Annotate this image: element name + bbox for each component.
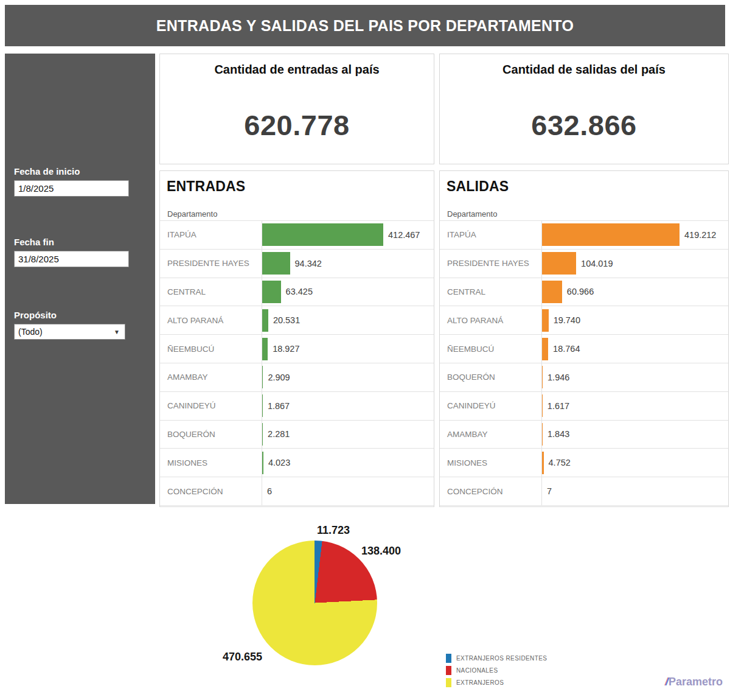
pie-value-extranjeros-residentes: 11.723	[317, 524, 350, 537]
fecha-inicio-label: Fecha de inicio	[14, 166, 145, 177]
table-row: ALTO PARANÁ19.740	[440, 306, 728, 335]
salidas-column-header: Departamento	[447, 209, 728, 219]
table-row: ITAPÚA412.467	[160, 221, 434, 250]
table-row: ITAPÚA419.212	[440, 221, 728, 250]
legend-label: NACIONALES	[456, 667, 498, 674]
row-value: 4.752	[549, 458, 571, 467]
row-label: BOQUERÓN	[160, 421, 262, 449]
bar[interactable]	[542, 338, 548, 360]
bar[interactable]	[262, 423, 263, 446]
row-label: MISIONES	[160, 449, 262, 477]
bar[interactable]	[262, 452, 263, 474]
row-bar-cell: 63.425	[262, 278, 434, 306]
table-row: ÑEEMBUCÚ18.764	[440, 335, 728, 363]
legend-item[interactable]: EXTRANJEROS RESIDENTES	[446, 652, 547, 664]
row-bar-cell: 60.966	[542, 278, 728, 306]
legend-item[interactable]: NACIONALES	[446, 664, 547, 676]
row-bar-cell: 2.281	[262, 421, 434, 449]
row-label: AMAMBAY	[160, 363, 262, 391]
chevron-down-icon: ▼	[114, 329, 120, 335]
row-label: CANINDEYÚ	[440, 392, 542, 420]
dashboard-title-bar: ENTRADAS Y SALIDAS DEL PAIS POR DEPARTAM…	[5, 5, 725, 46]
row-label: ÑEEMBUCÚ	[440, 335, 542, 363]
row-label: CENTRAL	[160, 278, 262, 306]
logo-text: Parametro	[669, 676, 723, 688]
filter-fecha-fin: Fecha fin	[14, 237, 145, 267]
entradas-table-title: ENTRADAS	[167, 178, 434, 195]
bar[interactable]	[542, 366, 543, 388]
row-bar-cell: 1.946	[542, 363, 728, 391]
row-label: MISIONES	[440, 449, 542, 477]
row-value: 104.019	[581, 259, 613, 268]
salidas-table-title: SALIDAS	[447, 178, 728, 195]
row-value: 6	[267, 486, 272, 496]
row-value: 1.867	[268, 401, 290, 411]
bar[interactable]	[262, 338, 268, 360]
fecha-fin-input[interactable]	[14, 251, 129, 267]
kpi-salidas-value: 632.866	[440, 108, 728, 142]
row-value: 7	[547, 486, 552, 496]
bar[interactable]	[262, 309, 268, 332]
filter-sidebar: Fecha de inicio Fecha fin Propósito (Tod…	[5, 54, 155, 504]
row-value: 19.740	[554, 315, 580, 325]
row-value: 412.467	[388, 230, 420, 240]
bar[interactable]	[542, 452, 544, 474]
row-value: 4.023	[268, 458, 290, 467]
legend-swatch	[446, 666, 451, 675]
kpi-entradas-value: 620.778	[160, 108, 434, 142]
table-row: AMAMBAY1.843	[440, 421, 728, 449]
legend-label: EXTRANJEROS RESIDENTES	[456, 655, 547, 662]
row-label: AMAMBAY	[440, 421, 542, 449]
bar[interactable]	[542, 309, 549, 332]
row-bar-cell: 20.531	[262, 306, 434, 334]
fecha-inicio-input[interactable]	[14, 180, 129, 197]
bar[interactable]	[542, 423, 543, 446]
table-row: CANINDEYÚ1.617	[440, 392, 728, 421]
row-label: CONCEPCIÓN	[440, 477, 542, 505]
pie-chart[interactable]	[252, 541, 377, 665]
row-bar-cell: 412.467	[262, 221, 434, 249]
entradas-rows: ITAPÚA412.467PRESIDENTE HAYES94.342CENTR…	[160, 220, 434, 505]
bar[interactable]	[262, 366, 263, 388]
bar[interactable]	[262, 223, 383, 246]
row-bar-cell: 104.019	[542, 250, 728, 278]
row-value: 1.843	[548, 429, 569, 439]
bar[interactable]	[262, 281, 281, 303]
row-value: 18.927	[273, 344, 299, 354]
row-value: 1.946	[548, 373, 569, 382]
table-row: CONCEPCIÓN6	[160, 477, 434, 506]
row-value: 419.212	[684, 230, 716, 240]
row-label: ITAPÚA	[160, 221, 262, 249]
legend-swatch	[446, 654, 451, 663]
bar[interactable]	[262, 394, 263, 417]
table-row: ALTO PARANÁ20.531	[160, 306, 434, 335]
row-label: ÑEEMBUCÚ	[160, 335, 262, 363]
table-row: MISIONES4.023	[160, 449, 434, 477]
table-row: MISIONES4.752	[440, 449, 728, 477]
proposito-label: Propósito	[14, 310, 145, 320]
bar[interactable]	[542, 281, 562, 303]
proposito-dropdown[interactable]: (Todo) ▼	[14, 324, 125, 340]
row-label: ALTO PARANÁ	[440, 306, 542, 334]
row-value: 20.531	[273, 315, 300, 325]
bar[interactable]	[542, 252, 576, 275]
legend-item[interactable]: EXTRANJEROS	[446, 676, 547, 688]
row-bar-cell: 18.927	[262, 335, 434, 363]
row-bar-cell: 4.752	[542, 449, 728, 477]
kpi-card-entradas: Cantidad de entradas al país 620.778	[159, 54, 434, 164]
row-label: ITAPÚA	[440, 221, 542, 249]
pie-value-extranjeros: 470.655	[223, 651, 262, 663]
bar[interactable]	[262, 252, 290, 275]
row-label: PRESIDENTE HAYES	[160, 250, 262, 278]
bar[interactable]	[542, 223, 680, 246]
filter-proposito: Propósito (Todo) ▼	[14, 310, 145, 340]
entradas-column-header: Departamento	[167, 209, 434, 219]
salidas-table-panel: SALIDAS Departamento ITAPÚA419.212PRESID…	[439, 170, 729, 507]
row-value: 2.909	[268, 373, 290, 382]
bar[interactable]	[542, 394, 543, 417]
salidas-rows: ITAPÚA419.212PRESIDENTE HAYES104.019CENT…	[440, 220, 728, 505]
row-label: ALTO PARANÁ	[160, 306, 262, 334]
row-value: 60.966	[567, 287, 594, 296]
table-row: ÑEEMBUCÚ18.927	[160, 335, 434, 363]
row-value: 2.281	[268, 429, 290, 439]
